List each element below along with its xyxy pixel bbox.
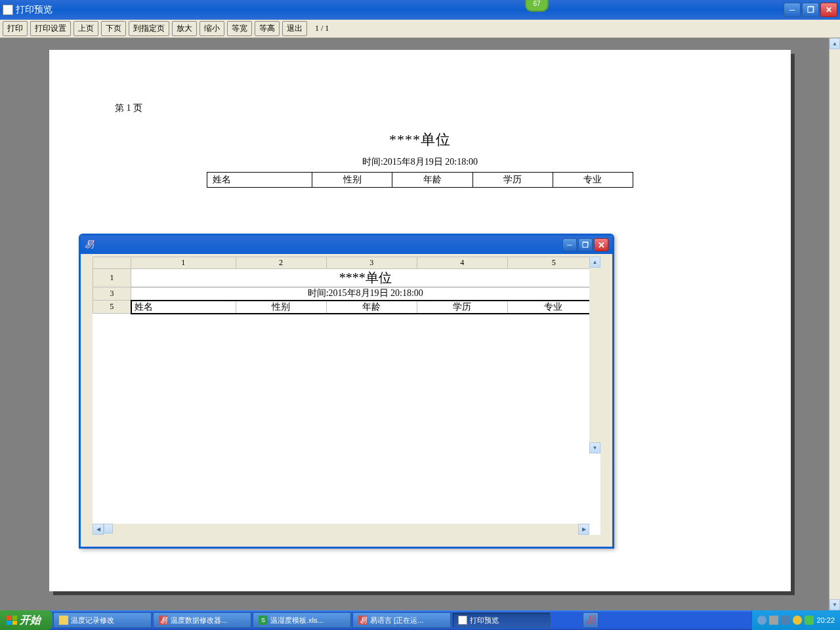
col-header-2[interactable]: 2 [236, 257, 326, 269]
tray-icon[interactable] [793, 616, 802, 625]
taskbar-item-0[interactable]: 温度记录修改 [53, 612, 152, 628]
taskbar: 开始 温度记录修改 易温度数据修改器... S温湿度模板.xls... 易易语言… [0, 610, 840, 630]
window-title: 打印预览 [16, 4, 784, 16]
dialog-titlebar: 易 ─ ❐ ✕ [81, 236, 612, 254]
exit-button[interactable]: 退出 [282, 21, 307, 36]
next-page-button[interactable]: 下页 [101, 21, 126, 36]
grid-time-cell[interactable]: 时间:2015年8月19日 20:18:00 [131, 287, 600, 301]
col-header-4[interactable]: 4 [417, 257, 507, 269]
col-header-5[interactable]: 5 [507, 257, 600, 269]
row-header-1[interactable]: 1 [93, 269, 131, 287]
taskbar-item-3[interactable]: 易易语言 [正在运... [352, 612, 451, 628]
badge: 67 [525, 0, 549, 12]
grid-h-major[interactable]: 专业 [507, 301, 600, 314]
close-button[interactable]: ✕ [820, 3, 837, 17]
grid-horizontal-scrollbar[interactable]: ◀ ▶ [93, 524, 589, 535]
taskbar-label: 温度记录修改 [71, 616, 114, 625]
col-name: 姓名 [207, 173, 312, 188]
taskbar-label: 温湿度模板.xls... [270, 616, 324, 625]
dialog-minimize-button[interactable]: ─ [562, 238, 577, 251]
grid-title-cell[interactable]: ****单位 [131, 269, 600, 287]
grid-h-name[interactable]: 姓名 [131, 301, 236, 314]
zoom-in-button[interactable]: 放大 [172, 21, 197, 36]
vertical-scrollbar[interactable]: ▲ ▼ [829, 38, 840, 610]
corner-cell[interactable] [93, 257, 131, 269]
row-header-3[interactable]: 3 [93, 287, 131, 301]
system-tray[interactable]: 20:22 [751, 610, 840, 630]
goto-page-button[interactable]: 到指定页 [129, 21, 169, 36]
scroll-up-icon[interactable]: ▲ [830, 38, 840, 49]
grid-container: 1 2 3 4 5 1 ****单位 3 时间:2015年8月19日 20:18… [93, 257, 600, 535]
doc-timestamp: 时间:2015年8月19日 20:18:00 [115, 156, 725, 168]
start-button[interactable]: 开始 [0, 610, 52, 630]
col-edu: 学历 [472, 173, 553, 188]
grid-dialog: 易 ─ ❐ ✕ 1 2 3 4 5 1 ****单位 3 时间:2015年8月1… [79, 234, 614, 549]
page-info: 1 / 1 [315, 24, 329, 33]
yi-icon: 易 [358, 616, 368, 625]
taskbar-item-4[interactable]: 打印预览 [452, 612, 551, 628]
prev-page-button[interactable]: 上页 [74, 21, 98, 36]
scroll-down-icon[interactable]: ▼ [830, 599, 840, 610]
grid-scroll-right-icon[interactable]: ▶ [578, 524, 589, 535]
tray-icon[interactable] [769, 616, 778, 625]
dialog-maximize-button[interactable]: ❐ [578, 238, 593, 251]
dialog-app-icon: 易 [85, 239, 94, 251]
doc-table: 姓名 性别 年龄 学历 专业 [207, 172, 633, 188]
titlebar: 打印预览 67 ─ ❐ ✕ [0, 0, 840, 20]
grid-h-age[interactable]: 年龄 [326, 301, 417, 314]
tray-clock: 20:22 [816, 616, 835, 624]
tray-icon[interactable] [781, 616, 790, 625]
taskbar-label: 打印预览 [470, 616, 499, 625]
folder-icon [59, 616, 68, 625]
maximize-button[interactable]: ❐ [802, 3, 819, 17]
tray-icon[interactable] [757, 616, 766, 625]
windows-flag-icon [7, 616, 17, 625]
fit-height-button[interactable]: 等高 [255, 21, 280, 36]
doc-icon [458, 616, 467, 625]
toolbar: 打印 打印设置 上页 下页 到指定页 放大 缩小 等宽 等高 退出 1 / 1 [0, 20, 840, 38]
doc-heading: ****单位 [115, 130, 725, 150]
grid-scroll-down-icon[interactable]: ▼ [589, 442, 600, 453]
col-gender: 性别 [312, 173, 392, 188]
app-icon [3, 5, 13, 15]
taskbar-item-2[interactable]: S温湿度模板.xls... [253, 612, 351, 628]
col-age: 年龄 [392, 173, 472, 188]
grid-scroll-left-icon[interactable]: ◀ [93, 524, 104, 535]
start-label: 开始 [20, 614, 41, 627]
dialog-close-button[interactable]: ✕ [594, 238, 608, 251]
print-button[interactable]: 打印 [3, 21, 28, 36]
spreadsheet-icon: S [259, 616, 268, 625]
grid-scroll-up-icon[interactable]: ▲ [589, 257, 600, 268]
tray-icon[interactable] [805, 616, 814, 625]
col-major: 专业 [553, 173, 633, 188]
fit-width-button[interactable]: 等宽 [227, 21, 252, 36]
minimize-button[interactable]: ─ [784, 3, 801, 17]
page-number: 第 1 页 [115, 102, 725, 114]
col-header-3[interactable]: 3 [326, 257, 417, 269]
grid-vertical-scrollbar[interactable]: ▲ ▼ [589, 257, 600, 453]
taskbar-item-1[interactable]: 易温度数据修改器... [153, 612, 251, 628]
taskbar-yi-icon[interactable]: 易 [583, 612, 598, 628]
print-setup-button[interactable]: 打印设置 [30, 21, 71, 36]
taskbar-label: 易语言 [正在运... [370, 616, 423, 625]
col-header-1[interactable]: 1 [131, 257, 236, 269]
grid-h-edu[interactable]: 学历 [417, 301, 507, 314]
yi-icon: 易 [159, 616, 168, 625]
grid-h-gender[interactable]: 性别 [236, 301, 326, 314]
row-header-5[interactable]: 5 [93, 301, 131, 314]
taskbar-label: 温度数据修改器... [171, 616, 227, 625]
zoom-out-button[interactable]: 缩小 [200, 21, 224, 36]
spreadsheet-grid[interactable]: 1 2 3 4 5 1 ****单位 3 时间:2015年8月19日 20:18… [93, 257, 600, 314]
grid-hscroll-thumb[interactable] [104, 524, 113, 534]
